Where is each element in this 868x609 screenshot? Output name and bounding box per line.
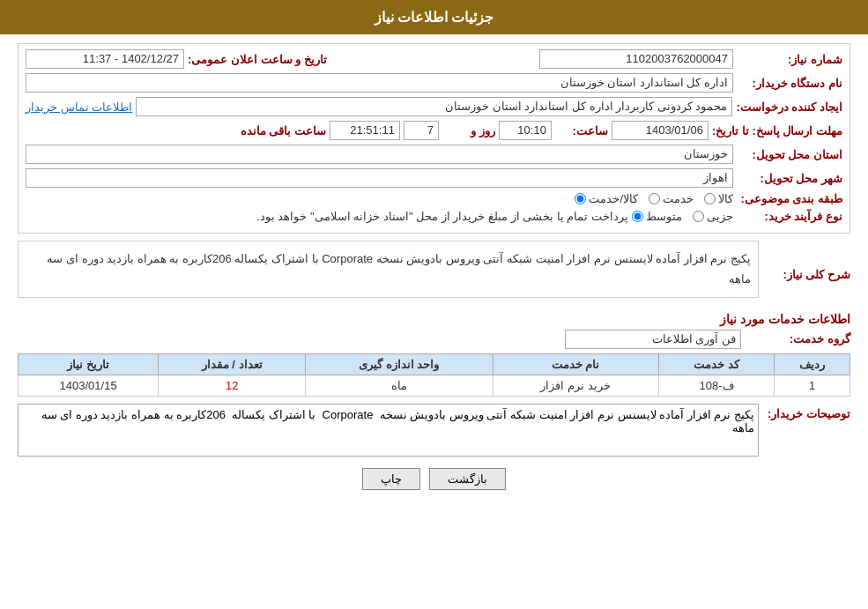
description-label: شرح کلی نیاز: bbox=[762, 268, 850, 281]
service-group-label: گروه خدمت: bbox=[745, 332, 850, 345]
process-radio-2[interactable] bbox=[632, 211, 643, 222]
category-option-2: خدمت bbox=[649, 192, 694, 205]
buyer-desc-row: توصیحات خریدار: bbox=[18, 404, 850, 459]
process-note: پرداخت تمام یا بخشی از مبلغ خریدار از مح… bbox=[26, 210, 628, 223]
province-label: استان محل تحویل: bbox=[737, 148, 842, 161]
cell-qty: 12 bbox=[159, 375, 306, 396]
action-buttons: بازگشت چاپ bbox=[18, 468, 850, 490]
deadline-time: 10:10 bbox=[499, 121, 552, 140]
category-option-3: کالا/خدمت bbox=[575, 192, 638, 205]
col-header-unit: واحد اندازه گیری bbox=[306, 353, 493, 375]
cell-row: 1 bbox=[775, 375, 850, 396]
request-number-label: شماره نیاز: bbox=[737, 53, 842, 66]
category-radio-2[interactable] bbox=[649, 193, 660, 204]
buyer-org-value: اداره کل استاندارد استان خوزستان bbox=[26, 73, 733, 93]
print-button[interactable]: چاپ bbox=[362, 468, 420, 490]
back-button[interactable]: بازگشت bbox=[429, 468, 506, 490]
city-value: اهواز bbox=[26, 168, 733, 188]
process-option-1-label: جزیی bbox=[707, 210, 733, 223]
category-radio-1[interactable] bbox=[704, 193, 716, 204]
date-value: 1402/12/27 - 11:37 bbox=[26, 49, 184, 69]
main-info-section: شماره نیاز: 1102003762000047 تاریخ و ساع… bbox=[18, 43, 850, 234]
cell-code: ف-108 bbox=[658, 375, 775, 396]
deadline-row: مهلت ارسال پاسخ: تا تاریخ: 1403/01/06 سا… bbox=[26, 121, 842, 140]
buyer-org-label: نام دستگاه خریدار: bbox=[737, 77, 842, 90]
request-number-row: شماره نیاز: 1102003762000047 تاریخ و ساع… bbox=[26, 49, 842, 69]
creator-label: ایجاد کننده درخواست: bbox=[736, 100, 842, 114]
content-area: شماره نیاز: 1102003762000047 تاریخ و ساع… bbox=[0, 34, 868, 508]
deadline-date: 1403/01/06 bbox=[612, 121, 708, 140]
table-row: 1 ف-108 خرید نرم افزار ماه 12 1403/01/15 bbox=[19, 375, 850, 396]
date-label: تاریخ و ساعت اعلان عمومی: bbox=[188, 53, 327, 66]
page-title: جزئیات اطلاعات نیاز bbox=[375, 10, 494, 25]
process-option-1: جزیی bbox=[693, 210, 733, 223]
category-option-3-label: کالا/خدمت bbox=[589, 192, 638, 205]
category-radio-3[interactable] bbox=[575, 193, 586, 204]
province-row: استان محل تحویل: خوزستان bbox=[26, 145, 842, 164]
col-header-date: تاریخ نیاز bbox=[19, 353, 159, 375]
page-header: جزئیات اطلاعات نیاز bbox=[0, 0, 868, 34]
contact-link[interactable]: اطلاعات تماس خریدار bbox=[26, 100, 132, 114]
process-radio-group: جزیی متوسط bbox=[632, 210, 733, 223]
col-header-name: نام خدمت bbox=[493, 353, 658, 375]
services-table-container: ردیف کد خدمت نام خدمت واحد اندازه گیری ت… bbox=[18, 353, 850, 397]
province-value: خوزستان bbox=[26, 145, 733, 164]
process-label: نوع فرآیند خرید: bbox=[737, 210, 842, 223]
service-group-value: فن آوری اطلاعات bbox=[565, 330, 741, 349]
main-container: جزئیات اطلاعات نیاز شماره نیاز: 11020037… bbox=[0, 0, 868, 609]
process-option-2-label: متوسط bbox=[646, 210, 682, 223]
category-radio-group: کالا خدمت کالا/خدمت bbox=[575, 192, 733, 205]
cell-name: خرید نرم افزار bbox=[493, 375, 658, 396]
creator-row: ایجاد کننده درخواست: محمود کردونی کاربرد… bbox=[26, 97, 842, 116]
col-header-code: کد خدمت bbox=[658, 353, 775, 375]
cell-date: 1403/01/15 bbox=[19, 375, 159, 396]
deadline-remain-label: ساعت باقی مانده bbox=[241, 124, 326, 137]
deadline-label: مهلت ارسال پاسخ: تا تاریخ: bbox=[712, 124, 842, 137]
category-option-1: کالا bbox=[704, 192, 733, 205]
city-label: شهر محل تحویل: bbox=[737, 172, 842, 185]
category-option-2-label: خدمت bbox=[663, 192, 694, 205]
description-value: پکیج نرم افزار آماده لایسنس نرم افزار ام… bbox=[18, 241, 759, 298]
deadline-remain: 21:51:11 bbox=[330, 121, 400, 140]
category-row: طبقه بندی موضوعی: کالا خدمت کالا/خدمت bbox=[26, 192, 842, 205]
buyer-org-row: نام دستگاه خریدار: اداره کل استاندارد اس… bbox=[26, 73, 842, 93]
cell-unit: ماه bbox=[306, 375, 493, 396]
buyer-desc-textarea[interactable] bbox=[18, 404, 759, 457]
deadline-days-label: روز و bbox=[442, 124, 495, 137]
process-row: نوع فرآیند خرید: جزیی متوسط پرداخت تمام … bbox=[26, 210, 842, 223]
services-section-title: اطلاعات خدمات مورد نیاز bbox=[18, 312, 850, 326]
col-header-row: ردیف bbox=[775, 353, 850, 375]
buyer-desc-label: توصیحات خریدار: bbox=[762, 407, 850, 420]
category-option-1-label: کالا bbox=[718, 192, 733, 205]
description-row: شرح کلی نیاز: پکیج نرم افزار آماده لایسن… bbox=[18, 241, 850, 305]
service-group-row: گروه خدمت: فن آوری اطلاعات bbox=[18, 330, 850, 349]
deadline-time-label: ساعت: bbox=[555, 124, 608, 137]
creator-value: محمود کردونی کاربردار اداره کل استاندارد… bbox=[136, 97, 732, 116]
process-radio-1[interactable] bbox=[693, 211, 704, 222]
request-number-value: 1102003762000047 bbox=[539, 49, 733, 69]
buyer-desc-container bbox=[18, 404, 759, 459]
category-label: طبقه بندی موضوعی: bbox=[737, 192, 842, 205]
process-option-2: متوسط bbox=[632, 210, 682, 223]
col-header-qty: تعداد / مقدار bbox=[159, 353, 306, 375]
services-table: ردیف کد خدمت نام خدمت واحد اندازه گیری ت… bbox=[18, 353, 850, 397]
deadline-days: 7 bbox=[404, 121, 439, 140]
city-row: شهر محل تحویل: اهواز bbox=[26, 168, 842, 188]
